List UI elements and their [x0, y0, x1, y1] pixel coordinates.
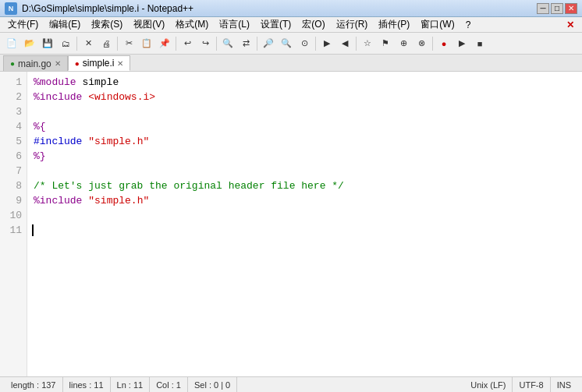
toolbar-indent[interactable]: ▶ — [318, 35, 335, 52]
toolbar-separator-4 — [216, 37, 217, 51]
toolbar-undo[interactable]: ↩ — [179, 35, 196, 52]
toolbar-separator-3 — [176, 37, 176, 51]
menu-edit[interactable]: 编辑(E) — [44, 17, 85, 32]
menu-file[interactable]: 文件(F) — [3, 17, 43, 32]
code-line-10 — [34, 208, 576, 223]
status-bar: length : 137 lines : 11 Ln : 11 Col : 1 … — [0, 376, 582, 392]
tab-icon-simple-i: ● — [75, 59, 80, 68]
toolbar-separator-1 — [76, 37, 77, 51]
toolbar-zoomout[interactable]: 🔍 — [278, 35, 295, 52]
toolbar-play[interactable]: ▶ — [453, 35, 470, 52]
menu-plugins[interactable]: 插件(P) — [374, 17, 414, 32]
toolbar-bookmarks[interactable]: ☆ — [359, 35, 376, 52]
toolbar-open[interactable]: 📂 — [21, 35, 38, 52]
menu-view[interactable]: 视图(V) — [129, 17, 169, 32]
cursor — [32, 224, 40, 236]
window-title: D:\GoSimple\simple\simple.i - Notepad++ — [22, 3, 193, 14]
tab-icon-main-go: ● — [10, 59, 15, 68]
code-editor[interactable]: %module simple %include <windows.i> %{ #… — [27, 72, 582, 376]
toolbar-separator-7 — [356, 37, 357, 51]
window-controls: ─ □ ✕ — [537, 3, 577, 14]
code-line-11 — [34, 223, 576, 238]
tab-close-simple-i[interactable]: ✕ — [117, 59, 123, 68]
code-line-9: %include "simple.h" — [34, 193, 576, 208]
toolbar-replace[interactable]: ⇄ — [237, 35, 254, 52]
toolbar-b3[interactable]: ⊕ — [395, 35, 412, 52]
code-line-5: #include "simple.h" — [34, 134, 576, 149]
menu-settings[interactable]: 设置(T) — [256, 17, 296, 32]
menu-search[interactable]: 搜索(S) — [87, 17, 127, 32]
code-line-2: %include <windows.i> — [34, 90, 576, 104]
toolbar-record[interactable]: ● — [435, 35, 452, 52]
toolbar-save[interactable]: 💾 — [39, 35, 56, 52]
toolbar-find[interactable]: 🔍 — [219, 35, 236, 52]
toolbar-new[interactable]: 📄 — [3, 35, 20, 52]
tab-main-go[interactable]: ● main.go ✕ — [3, 55, 68, 71]
toolbar-outdent[interactable]: ◀ — [336, 35, 353, 52]
toolbar-copy[interactable]: 📋 — [138, 35, 155, 52]
toolbar: 📄 📂 💾 🗂 ✕ 🖨 ✂ 📋 📌 ↩ ↪ 🔍 ⇄ 🔎 🔍 ⊙ ▶ ◀ ☆ ⚑ … — [0, 33, 582, 55]
toolbar-saveall[interactable]: 🗂 — [57, 35, 74, 52]
menu-close-x[interactable]: ✕ — [562, 19, 579, 31]
status-lines: lines : 11 — [63, 377, 111, 392]
toolbar-zoomin[interactable]: 🔎 — [260, 35, 277, 52]
line-numbers: 1 2 3 4 5 6 7 8 9 10 11 — [0, 72, 27, 376]
menu-help[interactable]: ? — [461, 19, 476, 31]
menu-run[interactable]: 运行(R) — [332, 17, 373, 32]
tab-label-simple-i: simple.i — [83, 58, 115, 69]
toolbar-separator-5 — [257, 37, 257, 51]
status-sel: Sel : 0 | 0 — [188, 377, 237, 392]
menu-bar: 文件(F) 编辑(E) 搜索(S) 视图(V) 格式(M) 语言(L) 设置(T… — [0, 17, 582, 33]
status-eol: Unix (LF) — [464, 377, 513, 392]
menu-format[interactable]: 格式(M) — [171, 17, 213, 32]
toolbar-b4[interactable]: ⊗ — [413, 35, 430, 52]
toolbar-zoom-restore[interactable]: ⊙ — [296, 35, 313, 52]
toolbar-cut[interactable]: ✂ — [120, 35, 137, 52]
code-line-4: %{ — [34, 119, 576, 134]
code-line-6: %} — [34, 149, 576, 164]
toolbar-print[interactable]: 🖨 — [98, 35, 115, 52]
toolbar-paste[interactable]: 📌 — [156, 35, 173, 52]
code-line-1: %module simple — [34, 75, 576, 90]
app-icon: N — [5, 2, 17, 15]
toolbar-separator-6 — [315, 37, 316, 51]
menu-window[interactable]: 窗口(W) — [416, 17, 459, 32]
toolbar-close[interactable]: ✕ — [80, 35, 97, 52]
toolbar-redo[interactable]: ↪ — [197, 35, 214, 52]
close-button[interactable]: ✕ — [565, 3, 577, 14]
tab-close-main-go[interactable]: ✕ — [55, 59, 61, 68]
maximize-button[interactable]: □ — [551, 3, 563, 14]
status-length: length : 137 — [5, 377, 63, 392]
status-col: Col : 1 — [150, 377, 188, 392]
toolbar-separator-8 — [432, 37, 433, 51]
tab-label-main-go: main.go — [18, 58, 51, 69]
tab-simple-i[interactable]: ● simple.i ✕ — [68, 55, 131, 71]
code-line-3 — [34, 104, 576, 119]
status-ln: Ln : 11 — [111, 377, 151, 392]
toolbar-b2[interactable]: ⚑ — [377, 35, 394, 52]
status-mode: INS — [551, 377, 577, 392]
toolbar-stop[interactable]: ■ — [471, 35, 488, 52]
editor: 1 2 3 4 5 6 7 8 9 10 11 %module simple %… — [0, 72, 582, 376]
menu-macro[interactable]: 宏(O) — [297, 17, 329, 32]
code-line-8: /* Let's just grab the original header f… — [34, 178, 576, 193]
minimize-button[interactable]: ─ — [537, 3, 549, 14]
toolbar-separator-2 — [117, 37, 118, 51]
tabs-bar: ● main.go ✕ ● simple.i ✕ — [0, 55, 582, 72]
code-line-7 — [34, 164, 576, 178]
status-encoding: UTF-8 — [513, 377, 550, 392]
menu-language[interactable]: 语言(L) — [215, 17, 254, 32]
title-bar: N D:\GoSimple\simple\simple.i - Notepad+… — [0, 0, 582, 17]
